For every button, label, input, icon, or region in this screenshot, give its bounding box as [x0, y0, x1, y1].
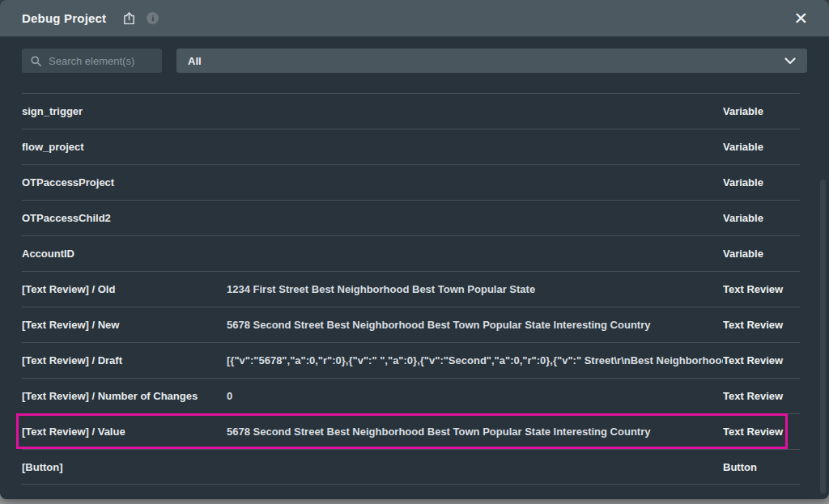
info-icon: i	[147, 12, 159, 24]
table-row[interactable]: AccountID Variable	[22, 235, 800, 271]
chevron-down-icon	[784, 57, 796, 65]
element-name: OTPaccessProject	[22, 176, 227, 188]
search-box[interactable]	[22, 49, 162, 73]
table-row[interactable]: sign_trigger Variable	[22, 93, 800, 129]
element-type: Text Review	[723, 390, 800, 402]
element-type: Text Review	[723, 354, 800, 366]
search-icon	[30, 55, 42, 67]
element-name: OTPaccessChild2	[22, 212, 227, 224]
element-type: Variable	[723, 212, 800, 224]
table-row[interactable]: [Button] Button	[22, 449, 800, 485]
search-input[interactable]	[49, 55, 154, 67]
scrollbar[interactable]	[820, 180, 826, 493]
element-type: Text Review	[723, 283, 800, 295]
element-type: Variable	[723, 105, 800, 117]
table-row[interactable]: [Text Review] / Number of Changes 0 Text…	[22, 378, 800, 413]
element-value: 5678 Second Street Best Neighborhood Bes…	[227, 319, 723, 331]
table-row[interactable]: [Text Review] / New 5678 Second Street B…	[22, 307, 800, 342]
table-row[interactable]: [Text Review] / Old 1234 First Street Be…	[22, 271, 800, 307]
share-export-icon	[122, 11, 136, 26]
element-name: [Button]	[22, 461, 227, 473]
element-type: Variable	[723, 176, 800, 188]
element-value: 1234 First Street Best Neighborhood Best…	[227, 283, 723, 295]
element-name: [Text Review] / Number of Changes	[22, 390, 227, 402]
element-type: Variable	[723, 141, 800, 153]
share-export-button[interactable]	[122, 11, 136, 26]
element-name: [Text Review] / Draft	[22, 354, 227, 366]
type-filter-value: All	[188, 55, 202, 67]
table-row[interactable]: OTPaccessChild2 Variable	[22, 200, 800, 235]
close-icon[interactable]: ✕	[789, 8, 813, 28]
element-name: sign_trigger	[22, 105, 227, 117]
element-type: Variable	[723, 248, 800, 260]
element-name: AccountID	[22, 248, 227, 260]
table-row[interactable]: [Text Review] / Value 5678 Second Street…	[22, 413, 800, 449]
element-name: [Text Review] / Value	[22, 426, 227, 438]
table-row[interactable]: [Text Review] / Draft [{"v":"5678","a":0…	[22, 342, 800, 378]
element-name: [Text Review] / New	[22, 319, 227, 331]
element-type: Button	[723, 461, 800, 473]
type-filter-dropdown[interactable]: All	[176, 49, 807, 73]
element-value: [{"v":"5678","a":0,"r":0},{"v":" ","a":0…	[227, 354, 723, 366]
element-name: flow_project	[22, 141, 227, 153]
debug-project-modal: Debug Project i ✕ All	[0, 0, 829, 499]
element-type: Text Review	[723, 319, 800, 331]
modal-header: Debug Project i ✕	[0, 0, 829, 36]
element-value: 5678 Second Street Best Neighborhood Bes…	[227, 426, 723, 438]
element-name: [Text Review] / Old	[22, 283, 227, 295]
element-list: sign_trigger Variable flow_project Varia…	[22, 93, 800, 485]
element-value: 0	[227, 390, 723, 402]
table-row[interactable]: OTPaccessProject Variable	[22, 164, 800, 200]
modal-title: Debug Project	[22, 11, 106, 25]
table-row[interactable]: flow_project Variable	[22, 129, 800, 164]
filter-bar: All	[22, 49, 807, 73]
element-type: Text Review	[723, 426, 800, 438]
info-button[interactable]: i	[147, 12, 159, 24]
